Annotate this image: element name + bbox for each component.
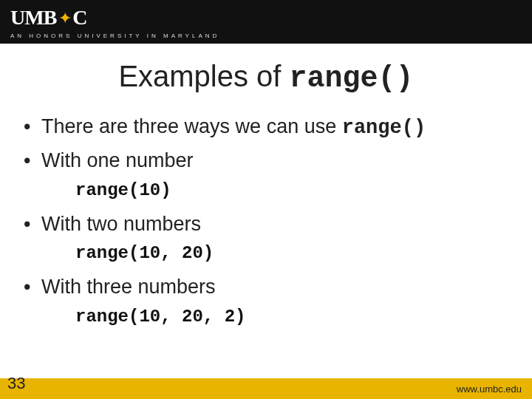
logo-text-right: C [72, 6, 86, 30]
bullet-two: With two numbers [41, 212, 505, 236]
code-two: range(10, 20) [75, 243, 532, 263]
bullet-list-examples-3: With three numbers [41, 275, 505, 299]
code-one: range(10) [75, 180, 532, 200]
bullet-intro-text: There are three ways we can use [41, 115, 342, 137]
footer-bar: www.umbc.edu [0, 378, 532, 399]
bullet-list-examples-2: With two numbers [41, 212, 505, 236]
bullet-list: There are three ways we can use range() [41, 115, 505, 140]
page-number: 33 [7, 374, 25, 393]
code-three: range(10, 20, 2) [75, 307, 532, 327]
logo-text-left: UMB [10, 6, 56, 30]
footer-url: www.umbc.edu [457, 383, 522, 395]
logo: UMB ✦ C [10, 6, 522, 30]
tagline: AN HONORS UNIVERSITY IN MARYLAND [10, 33, 522, 39]
bullet-one: With one number [41, 149, 505, 172]
title-prefix: Examples of [118, 60, 289, 92]
title-code: range() [290, 62, 414, 95]
slide-title: Examples of range() [0, 60, 532, 95]
slide: UMB ✦ C AN HONORS UNIVERSITY IN MARYLAND… [0, 0, 532, 399]
bullet-intro-code: range() [342, 117, 426, 139]
header-bar: UMB ✦ C AN HONORS UNIVERSITY IN MARYLAND [0, 0, 532, 44]
bullet-intro: There are three ways we can use range() [41, 115, 505, 140]
bullet-three: With three numbers [41, 275, 505, 299]
bullet-list-examples: With one number [41, 149, 505, 172]
torch-icon: ✦ [58, 9, 72, 28]
